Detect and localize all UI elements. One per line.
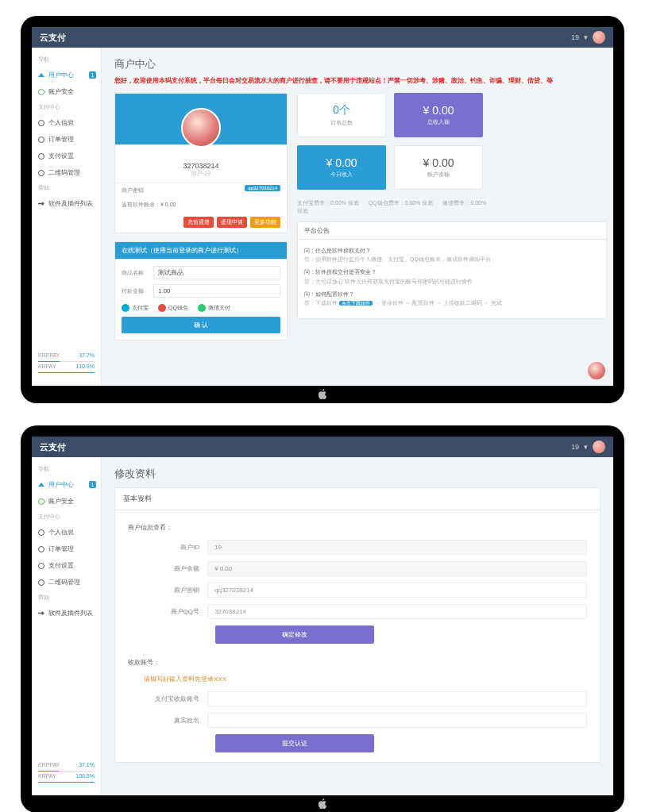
stat-row: KRPPAY 37.7% [38,351,95,360]
notice-marquee: 您好，欢迎使用本码支付系统，平台每日会对交易流水大的商户进行抽查，请不要用于违规… [114,76,601,85]
sidebar-item-label: 用户中心 [48,71,74,79]
sidebar: 导航 用户中心 1 账户安全 支付中心 个人信息 [32,457,102,795]
topbar-right[interactable]: 19 ▾ [571,441,605,453]
tile-big: ¥ 0.00 [423,156,454,169]
faq-card: 平台公告 问：什么是软件授权支付？ 答：使用软件进行监控个人微信、支付宝、QQ钱… [297,221,607,319]
save-button[interactable]: 确定修改 [215,625,374,644]
test-card: 在线测试（使用当前登录的商户进行测试） 商品名称 付款金额 [114,241,288,341]
rate-alipay: 支付宝费率：0.00% 保底 [297,200,359,206]
faq-q1: 问：什么是软件授权支付？ [304,246,600,255]
product-name-input[interactable] [153,266,280,279]
alipay-account-input[interactable] [207,691,587,706]
user-id-label: 19 [571,443,579,451]
sidebar-item-security[interactable]: 账户安全 [32,493,101,510]
sidebar-item-qrcode[interactable]: 二维码管理 [32,574,101,591]
wechat-icon [198,304,206,312]
sidebar-item-orders[interactable]: 订单管理 [32,541,101,557]
tile-big: ¥ 0.00 [423,104,454,117]
sidebar-item-label: 个人信息 [48,528,74,537]
sidebar-item-qrcode[interactable]: 二维码管理 [32,164,101,181]
sidebar-item-label: 软件及插件列表 [48,609,93,618]
faq-a3: 答：下载软件 点击下载软件 → 登录软件 → 配置软件 → 上传收款二维码 → … [304,298,600,308]
sidebar-item-plugins[interactable]: 软件及插件列表 [32,195,101,212]
merchant-qq-label: 商户QQ号 [128,607,207,616]
tile-small: 订单总数 [330,119,353,127]
monitor-frame-2: 云支付 19 ▾ 导航 用户中心 1 账户安 [21,425,624,812]
sidebar-item-user-center[interactable]: 用户中心 1 [32,476,101,493]
leaf-icon [37,87,45,96]
pay-type-radio-group: 支付宝 QQ钱包 微信支付 [122,302,280,317]
pay-amount-label: 付款金额 [122,287,153,295]
user-avatar-icon[interactable] [593,441,605,453]
sidebar-item-security[interactable]: 账户安全 [32,83,101,100]
topbar-right[interactable]: 19 ▾ [571,31,605,44]
rate-qq: QQ钱包费率：0.00% 保底 [369,200,434,206]
sidebar-item-pay-settings[interactable]: 支付设置 [32,148,101,164]
sidebar-item-user-center[interactable]: 用户中心 1 [32,67,101,83]
sidebar-item-pay-settings[interactable]: 支付设置 [32,557,101,574]
sidebar-item-plugins[interactable]: 软件及插件列表 [32,605,101,622]
sidebar-stats: KRPPAY 37.7% KRPAY 110.9% [32,346,101,381]
basic-info-panel: 基本资料 商户信息查看： 商户ID 19 商户余额 ¥ 0.00 [114,487,601,763]
sidebar: 导航 用户中心 1 账户安全 支付中心 个人信息 [32,48,102,386]
merchant-key-input[interactable]: qq327038214 [207,583,587,598]
profile-key-label: 商户密钥 [122,187,144,193]
more-button[interactable]: 更多功能 [250,217,280,228]
merchant-balance-label: 商户余额 [128,564,207,573]
page-title: 商户中心 [114,57,601,71]
recharge-button[interactable]: 充值通道 [183,217,214,228]
profile-balance-label: 当前软件账余：¥ 0.00 [122,202,176,207]
sidebar-item-label: 二维码管理 [48,578,80,587]
stat-value: 37.7% [79,352,95,358]
withdraw-button[interactable]: 提现申请 [217,217,247,228]
tile-orders: 0个 订单总数 [297,93,386,137]
tile-small: 账户余额 [427,171,450,179]
sidebar-item-label: 订单管理 [48,135,74,144]
floating-avatar-icon[interactable] [588,362,605,379]
user-id-label: 19 [571,33,579,41]
tile-big: ¥ 0.00 [326,156,357,169]
stat-name: KRPAY [38,364,56,369]
page-title: 修改资料 [114,467,601,481]
sidebar-item-label: 账户安全 [48,497,74,506]
confirm-button[interactable]: 确 认 [122,317,280,333]
chevron-down-icon: ▾ [584,33,588,41]
brand-title: 云支付 [40,32,66,44]
sidebar-item-profile[interactable]: 个人信息 [32,114,101,131]
pay-amount-input[interactable] [153,284,280,298]
sidebar-group-help: 帮助 [32,591,101,605]
gear-icon [38,529,44,536]
sidebar-group-help: 帮助 [32,181,101,195]
pay-type-alipay[interactable]: 支付宝 [122,304,149,312]
sidebar-group-nav: 导航 [32,462,101,476]
tile-balance: ¥ 0.00 账户余额 [394,145,483,190]
profile-banner [115,94,287,144]
sidebar-item-label: 订单管理 [48,545,74,553]
faq-a2: 答：大可以放心 软件无任何获取支付宝的账号和密码的可能进行操作 [304,277,600,286]
user-avatar-icon[interactable] [593,31,605,44]
chevron-down-icon: ▾ [584,443,588,451]
profile-sub: 商户·19 [122,170,280,178]
topbar: 云支付 19 ▾ [32,27,613,48]
sidebar-item-label: 支付设置 [48,561,74,570]
submit-verify-button[interactable]: 提交认证 [215,734,374,752]
info-header: 商户信息查看： [128,523,587,532]
test-card-header: 在线测试（使用当前登录的商户进行测试） [115,242,287,260]
merchant-qq-input[interactable]: 327038214 [207,604,587,619]
sidebar-item-orders[interactable]: 订单管理 [32,131,101,148]
pay-type-qq[interactable]: QQ钱包 [158,304,188,312]
merchant-balance-value: ¥ 0.00 [207,561,587,576]
topbar: 云支付 19 ▾ [32,437,613,457]
recv-header: 收款账号： [128,658,587,667]
sidebar-item-profile[interactable]: 个人信息 [32,524,101,541]
faq-q2: 问：软件授权交付是否安全？ [304,267,600,276]
recv-warning: 请填写好输入资料先登录XXX [144,675,587,683]
download-link[interactable]: 点击下载软件 [339,301,373,306]
real-name-input[interactable] [207,713,587,728]
main-content: 修改资料 基本资料 商户信息查看： 商户ID 19 商户余额 ¥ 0.00 [102,457,613,795]
pay-type-wechat[interactable]: 微信支付 [198,304,230,312]
gear-icon [38,170,44,176]
sidebar-item-label: 用户中心 [48,480,74,489]
arrow-icon [38,201,44,207]
sidebar-stats: KRPPAY37.1% KRPAY108.5% [32,756,101,791]
